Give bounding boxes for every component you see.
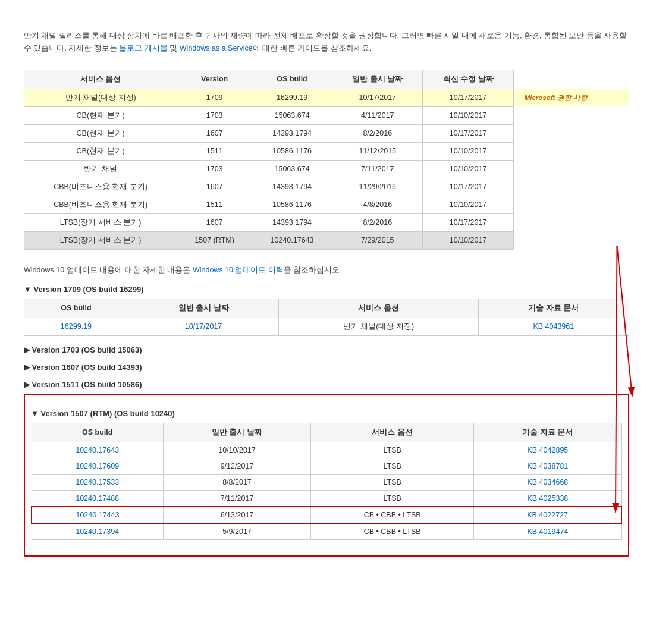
vtable4-row5-release: 5/9/2017	[163, 523, 310, 540]
vtable4-row2-build[interactable]: 10240.17533	[32, 474, 163, 490]
col-release-date: 일반 출시 날짜	[332, 70, 423, 89]
table1-row5-col2: 14393.1794	[252, 178, 332, 196]
vtable0-header2: 서비스 옵션	[279, 299, 478, 318]
vtable4-row3-kb[interactable]: KB 4025338	[474, 490, 621, 507]
col-os-build: OS build	[252, 70, 332, 89]
table1-row1-col4: 10/10/2017	[423, 106, 513, 124]
col-service-option: 서비스 옵션	[24, 70, 177, 89]
vtable4-row5-option: CB • CBB • LTSB	[311, 523, 474, 540]
vtable0-row0-build[interactable]: 16299.19	[24, 318, 128, 335]
vtable4-row2: 10240.175338/8/2017LTSBKB 4034668	[32, 474, 621, 490]
version-heading-1[interactable]: ▶ Version 1703 (OS build 15063)	[24, 345, 629, 354]
vtable4-row4-build[interactable]: 10240.17443	[32, 507, 163, 523]
vtable4-row0-release: 10/10/2017	[163, 442, 310, 458]
table1-row5-col4: 10/17/2017	[423, 178, 513, 196]
version-heading-0[interactable]: ▼ Version 1709 (OS build 16299)	[24, 285, 629, 294]
update-history-link[interactable]: Windows 10 업데이트 이력	[193, 266, 284, 274]
table1-row1-col3: 4/11/2017	[332, 106, 423, 124]
table1-row4-col0: 반기 채널	[24, 160, 177, 178]
vtable4-row2-kb[interactable]: KB 4034668	[474, 474, 621, 490]
was-link[interactable]: Windows as a Service	[180, 44, 253, 52]
table1-row2-col0: CB(현재 분기)	[24, 124, 177, 142]
version-section-3: ▶ Version 1511 (OS build 10586)	[24, 380, 629, 389]
table1-row2-recommend	[513, 124, 629, 142]
blog-link[interactable]: 블로그 게시물	[119, 44, 167, 52]
table1-row7-col0: LTSB(장기 서비스 분기)	[24, 213, 177, 231]
table1-row6-col1: 1511	[177, 196, 252, 213]
version-section-1: ▶ Version 1703 (OS build 15063)	[24, 345, 629, 354]
table1-row6-col2: 10586.1176	[252, 196, 332, 213]
table1-row7-col3: 8/2/2016	[332, 213, 423, 231]
table1-row8-col2: 10240.17643	[252, 231, 332, 249]
col-latest-date: 최신 수정 날짜	[423, 70, 513, 89]
version-heading-4[interactable]: ▼ Version 1507 (RTM) (OS build 10240)	[31, 409, 622, 418]
vtable4-row2-option: LTSB	[311, 474, 474, 490]
vtable4-row5: 10240.173945/9/2017CB • CBB • LTSBKB 401…	[32, 523, 621, 540]
table1-row0-col1: 1709	[177, 89, 252, 106]
vtable4-row5-kb[interactable]: KB 4019474	[474, 523, 621, 540]
ms-recommend-label: Microsoft 권장 사항	[520, 94, 588, 101]
table1-row2-col4: 10/17/2017	[423, 124, 513, 142]
vtable4-header3: 기술 자료 문서	[474, 423, 621, 442]
vtable4-row3-option: LTSB	[311, 490, 474, 507]
vtable0-row0-option: 반기 채널(대상 지정)	[279, 318, 478, 335]
table1-row3-col1: 1511	[177, 142, 252, 160]
version-section-0: ▼ Version 1709 (OS build 16299)OS build일…	[24, 285, 629, 336]
vtable4-row3-release: 7/11/2017	[163, 490, 310, 507]
table1-row1-recommend	[513, 106, 629, 124]
vtable4-row1-build[interactable]: 10240.17609	[32, 458, 163, 474]
vtable0-header3: 기술 자료 문서	[478, 299, 629, 318]
table1-row8-col4: 10/10/2017	[423, 231, 513, 249]
vtable4-row0-kb[interactable]: KB 4042895	[474, 442, 621, 458]
table1-row4-col1: 1703	[177, 160, 252, 178]
version-section-2: ▶ Version 1607 (OS build 14393)	[24, 363, 629, 372]
vtable4-row3-build[interactable]: 10240.17488	[32, 490, 163, 507]
vtable4-header1: 일반 출시 날짜	[163, 423, 310, 442]
table1-row3-recommend	[513, 142, 629, 160]
vtable4-row4-kb[interactable]: KB 4022727	[474, 507, 621, 523]
vtable4-row1-release: 9/12/2017	[163, 458, 310, 474]
table1-row3-col0: CB(현재 분기)	[24, 142, 177, 160]
table1-row6-recommend	[513, 196, 629, 213]
table1-row0-col0: 반기 채널(대상 지정)	[24, 89, 177, 106]
table1-row8-recommend	[513, 231, 629, 249]
table1-row7-col4: 10/17/2017	[423, 213, 513, 231]
table1-row2-col1: 1607	[177, 124, 252, 142]
vtable4-row1-option: LTSB	[311, 458, 474, 474]
version-heading-3[interactable]: ▶ Version 1511 (OS build 10586)	[24, 380, 629, 389]
vtable4-row0-build[interactable]: 10240.17643	[32, 442, 163, 458]
table1-row1-col2: 15063.674	[252, 106, 332, 124]
table1-row4-col3: 7/11/2017	[332, 160, 423, 178]
table1-row7-col2: 14393.1794	[252, 213, 332, 231]
table1-row8-col0: LTSB(장기 서비스 분기)	[24, 231, 177, 249]
vtable4-row0: 10240.1764310/10/2017LTSBKB 4042895	[32, 442, 621, 458]
table1-row7-col1: 1607	[177, 213, 252, 231]
version-heading-2[interactable]: ▶ Version 1607 (OS build 14393)	[24, 363, 629, 372]
table1-row5-recommend	[513, 178, 629, 196]
intro-paragraph-2: 반기 채널 릴리스를 통해 대상 장치에 바로 배포한 후 귀사의 재량에 따라…	[24, 30, 629, 55]
vtable0-header0: OS build	[24, 299, 128, 318]
version-table-4: OS build일반 출시 날짜서비스 옵션기술 자료 문서10240.1764…	[31, 423, 622, 540]
vtable4-row4-option: CB • CBB • LTSB	[311, 507, 474, 523]
current-version-table: 서비스 옵션 Version OS build 일반 출시 날짜 최신 수정 날…	[24, 70, 629, 250]
vtable4-row0-option: LTSB	[311, 442, 474, 458]
versions-container: ▼ Version 1709 (OS build 16299)OS build일…	[24, 285, 629, 557]
table1-row5-col0: CBB(비즈니스용 현재 분기)	[24, 178, 177, 196]
vtable4-header2: 서비스 옵션	[311, 423, 474, 442]
col-version: Version	[177, 70, 252, 89]
vtable0-row0-release[interactable]: 10/17/2017	[128, 318, 278, 335]
version-table-0: OS build일반 출시 날짜서비스 옵션기술 자료 문서16299.1910…	[24, 299, 629, 336]
table1-row2-col3: 8/2/2016	[332, 124, 423, 142]
vtable4-row1-kb[interactable]: KB 4038781	[474, 458, 621, 474]
table1-row0-col4: 10/17/2017	[423, 89, 513, 106]
table1-row1-col1: 1703	[177, 106, 252, 124]
table1-row4-recommend	[513, 160, 629, 178]
vtable4-row5-build[interactable]: 10240.17394	[32, 523, 163, 540]
history-section: Windows 10 업데이트 내용에 대한 자세한 내용은 Windows 1…	[24, 264, 629, 557]
page-wrapper: 반기 채널 릴리스를 통해 대상 장치에 바로 배포한 후 귀사의 재량에 따라…	[24, 30, 629, 557]
vtable0-row0-kb[interactable]: KB 4043961	[478, 318, 629, 335]
vtable4-row1: 10240.176099/12/2017LTSBKB 4038781	[32, 458, 621, 474]
table1-row7-recommend	[513, 213, 629, 231]
vtable4-row4-release: 6/13/2017	[163, 507, 310, 523]
table1-row0-col3: 10/17/2017	[332, 89, 423, 106]
